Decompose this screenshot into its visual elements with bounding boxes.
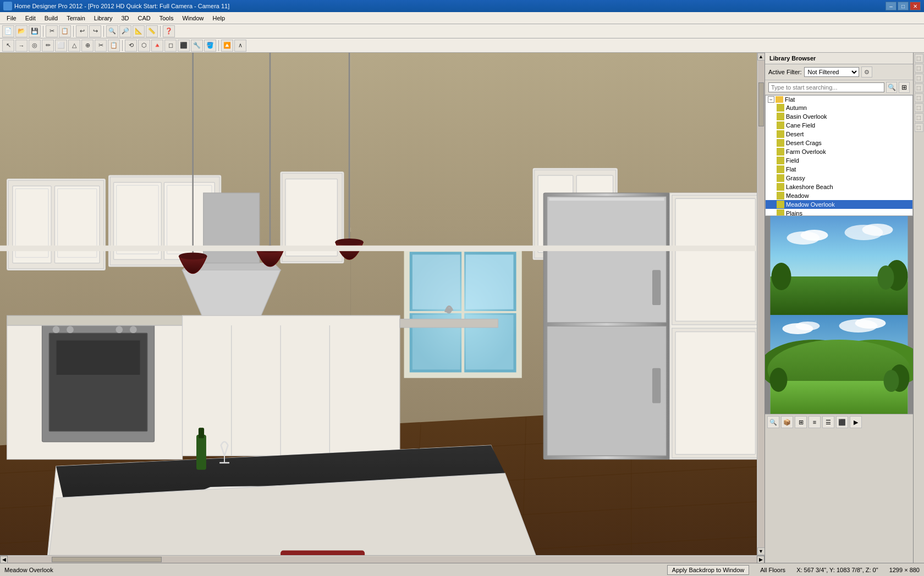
toolbar1-button[interactable]: ↪	[89, 25, 101, 37]
tree-collapse-icon[interactable]: −	[768, 96, 774, 103]
tree-item-lakeshore-beach[interactable]: Lakeshore Beach	[766, 182, 912, 191]
tree-item-desert[interactable]: Desert	[766, 130, 912, 139]
toolbar2-button[interactable]: ⬜	[55, 40, 67, 52]
tree-item-autumn[interactable]: Autumn	[766, 103, 912, 112]
vscroll-track[interactable]	[758, 60, 765, 547]
menu-item-terrain[interactable]: Terrain	[62, 14, 90, 23]
tree-item-flat[interactable]: Flat	[766, 165, 912, 174]
toolbar2-button[interactable]: ◎	[29, 40, 41, 52]
tree-item-grassy[interactable]: Grassy	[766, 174, 912, 182]
toolbar2-button[interactable]: 🔼	[221, 40, 233, 52]
maximize-button[interactable]: □	[898, 2, 909, 10]
toolbar1-button[interactable]: ↩	[76, 25, 88, 37]
toolbar2-button[interactable]: 📋	[108, 40, 120, 52]
side-btn-8[interactable]: ⬚	[915, 123, 923, 132]
tree-item-icon	[777, 104, 784, 112]
menu-item-tools[interactable]: Tools	[155, 14, 178, 23]
side-btn-1[interactable]: ⬚	[915, 54, 923, 63]
search-input[interactable]	[768, 82, 884, 92]
tree-item-desert-crags[interactable]: Desert Crags	[766, 139, 912, 147]
lib-search-button[interactable]: 🔍	[767, 416, 779, 428]
menu-item-window[interactable]: Window	[178, 14, 208, 23]
side-btn-6[interactable]: ⬚	[915, 103, 923, 112]
lib-play-button[interactable]: ▶	[850, 416, 862, 428]
toolbar2-button[interactable]: →	[15, 40, 28, 52]
minimize-button[interactable]: –	[886, 2, 897, 10]
lib-large-icon-button[interactable]: ⬛	[836, 416, 848, 428]
toolbar2-button[interactable]: ⊕	[81, 40, 94, 52]
vscroll-up-arrow[interactable]: ▲	[757, 53, 765, 60]
toolbar1-button[interactable]: 💾	[29, 25, 41, 37]
lib-catalog-button[interactable]: 📦	[781, 416, 793, 428]
toolbar1-button[interactable]: ✂	[46, 25, 58, 37]
side-btn-5[interactable]: ⬚	[915, 93, 923, 102]
tree-item-basin-overlook[interactable]: Basin Overlook	[766, 112, 912, 121]
search-options-button[interactable]: ⊞	[899, 82, 910, 93]
hscroll-track[interactable]	[8, 556, 757, 563]
hscroll-thumb[interactable]	[52, 557, 162, 562]
lib-list-button[interactable]: ≡	[809, 416, 821, 428]
tree-item-farm-overlook[interactable]: Farm Overlook	[766, 147, 912, 156]
filter-dropdown[interactable]: Not FilteredFavoritesUser Library	[804, 67, 859, 77]
menu-item-cad[interactable]: CAD	[133, 14, 155, 23]
toolbar1-button[interactable]: 📄	[2, 25, 14, 37]
side-btn-3[interactable]: ⬚	[915, 74, 923, 82]
side-btn-4[interactable]: ⬚	[915, 84, 923, 92]
toolbar1-button[interactable]: 🔎	[119, 25, 131, 37]
viewport-vscrollbar[interactable]: ▲ ▼	[757, 53, 765, 555]
toolbar2-button[interactable]: 🪣	[204, 40, 216, 52]
toolbar-separator	[43, 26, 43, 37]
toolbar2-button[interactable]: ⬡	[138, 40, 150, 52]
tree-item-meadow-overlook[interactable]: Meadow Overlook	[766, 200, 912, 209]
menu-item-help[interactable]: Help	[208, 14, 230, 23]
toolbar1-button[interactable]: 🔍	[106, 25, 118, 37]
toolbar2-button[interactable]: 🔺	[151, 40, 163, 52]
tree-item-label: Plains	[786, 210, 802, 216]
toolbar2-button[interactable]: ✂	[95, 40, 107, 52]
filter-settings-button[interactable]: ⚙	[861, 67, 872, 77]
toolbar2-button[interactable]: ◻	[164, 40, 177, 52]
hscroll-right-arrow[interactable]: ▶	[757, 556, 765, 563]
toolbar2-button[interactable]: ↖	[2, 40, 14, 52]
tree-item-plains[interactable]: Plains	[766, 209, 912, 216]
toolbar2-button[interactable]: ∧	[234, 40, 246, 52]
toolbar2-button[interactable]: ⬛	[178, 40, 190, 52]
tree-item-cane-field[interactable]: Cane Field	[766, 121, 912, 130]
side-btn-2[interactable]: ⬚	[915, 64, 923, 73]
tree-root-flat[interactable]: − Flat	[766, 96, 912, 103]
toolbar1-button[interactable]: ❓	[163, 25, 175, 37]
tree-item-meadow[interactable]: Meadow	[766, 191, 912, 200]
menu-item-3d[interactable]: 3D	[117, 14, 133, 23]
main-layout: ◀ ▶ ▲ ▼ Library Browser Active Filter:	[0, 53, 924, 563]
toolbar2-button[interactable]: ⟲	[125, 40, 137, 52]
library-browser-title: Library Browser	[769, 55, 816, 62]
toolbar2-button[interactable]: ✏	[42, 40, 54, 52]
apply-backdrop-button[interactable]: Apply Backdrop to Window	[667, 565, 749, 575]
vscroll-down-arrow[interactable]: ▼	[757, 547, 765, 555]
lib-grid-button[interactable]: ⊞	[795, 416, 807, 428]
svg-rect-84	[196, 435, 206, 470]
close-button[interactable]: ✕	[910, 2, 921, 10]
tree-item-field[interactable]: Field	[766, 156, 912, 165]
menu-item-library[interactable]: Library	[90, 14, 117, 23]
toolbar1-button[interactable]: 📏	[146, 25, 158, 37]
svg-rect-21	[54, 186, 100, 263]
toolbar2-button[interactable]: △	[68, 40, 80, 52]
toolbar2-button[interactable]: 🔧	[191, 40, 203, 52]
side-btn-7[interactable]: ⬚	[915, 113, 923, 122]
tree-list[interactable]: − Flat AutumnBasin OverlookCane FieldDes…	[765, 95, 913, 216]
hscroll-left-arrow[interactable]: ◀	[0, 556, 8, 563]
menu-item-edit[interactable]: Edit	[21, 14, 40, 23]
toolbar1-button[interactable]: 📋	[59, 25, 71, 37]
viewport-hscrollbar[interactable]: ◀ ▶	[0, 555, 765, 563]
tree-item-icon	[777, 174, 784, 182]
toolbar1-button[interactable]: 📂	[15, 25, 28, 37]
lib-details-button[interactable]: ☰	[822, 416, 834, 428]
search-button[interactable]: 🔍	[886, 82, 897, 93]
vscroll-thumb[interactable]	[758, 82, 764, 126]
menu-item-file[interactable]: File	[2, 14, 21, 23]
viewport[interactable]: ◀ ▶ ▲ ▼	[0, 53, 765, 563]
svg-point-93	[336, 239, 364, 246]
menu-item-build[interactable]: Build	[40, 14, 62, 23]
toolbar1-button[interactable]: 📐	[133, 25, 145, 37]
